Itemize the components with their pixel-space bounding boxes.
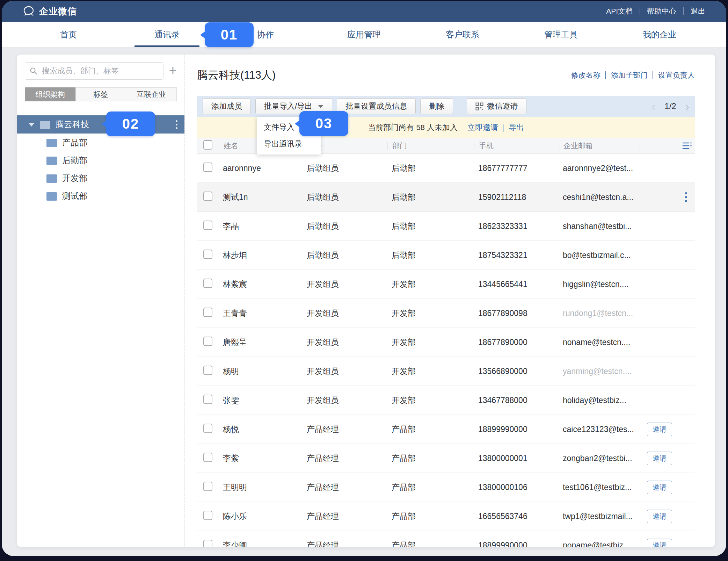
tree-item-开发部[interactable]: 开发部 xyxy=(17,169,184,187)
sidebar-tab-组织架构[interactable]: 组织架构 xyxy=(25,87,76,101)
topbar-link-0[interactable]: API文档 xyxy=(606,6,633,16)
member-role: 开发组员 xyxy=(307,366,392,377)
batch-set-members-button[interactable]: 批量设置成员信息 xyxy=(337,98,416,114)
import-export-dropdown: 文件导入导出通讯录 03 xyxy=(257,117,321,154)
page-indicator: 1/2 xyxy=(664,101,676,111)
invite-button[interactable]: 邀请 xyxy=(647,452,672,465)
member-department: 开发部 xyxy=(392,366,478,377)
nav-tab-我的企业[interactable]: 我的企业 xyxy=(610,22,709,47)
table-row[interactable]: 杨悦产品经理产品部18899990000caice123123@tes...邀请 xyxy=(197,415,695,444)
table-row[interactable]: 王明明产品经理产品部13800000106test1061@testbiz...… xyxy=(197,473,695,502)
row-checkbox[interactable] xyxy=(203,366,212,375)
search-input[interactable] xyxy=(41,66,159,76)
table-row[interactable]: 张雯开发组员开发部13467788000holiday@testbiz... xyxy=(197,386,695,415)
delete-button[interactable]: 删除 xyxy=(420,98,453,114)
row-checkbox[interactable] xyxy=(203,395,212,404)
nav-tab-管理工具[interactable]: 管理工具 xyxy=(512,22,610,47)
tree-root-label: 腾云科技 xyxy=(56,119,89,130)
row-checkbox-cell xyxy=(197,511,223,522)
search-box[interactable] xyxy=(25,62,163,80)
member-department: 开发部 xyxy=(392,337,478,348)
table-row[interactable]: 测试1n后勤组员后勤部15902112118ceshi1n@testcn.a..… xyxy=(197,183,695,212)
member-name: 李紫 xyxy=(223,453,307,464)
table-row[interactable]: 李紫产品经理产品部13800000001zongban2@testbi...邀请 xyxy=(197,444,695,473)
tree-root-company[interactable]: 腾云科技 02 xyxy=(17,115,184,134)
row-checkbox-cell xyxy=(197,453,223,464)
row-checkbox[interactable] xyxy=(203,337,212,346)
table-row[interactable]: 林步垍后勤组员后勤部18754323321bo@testbizmail.c... xyxy=(197,241,695,270)
select-all-checkbox[interactable] xyxy=(203,140,212,150)
invite-button[interactable]: 邀请 xyxy=(647,539,672,547)
row-checkbox[interactable] xyxy=(203,482,212,491)
table-row[interactable]: 唐熙呈开发组员开发部18677890000noname@testcn.... xyxy=(197,328,695,357)
table-row[interactable]: 李少卿产品经理产品部18899990000noname@testbiz...邀请 xyxy=(197,531,695,547)
callout-badge-02: 02 xyxy=(106,112,155,136)
row-actions: 邀请 xyxy=(643,423,695,436)
member-email: higgslin@testcn.... xyxy=(563,280,643,289)
member-role: 后勤组员 xyxy=(307,221,392,232)
table-row[interactable]: 陈小乐产品经理产品部16656563746twp1@testbizmail...… xyxy=(197,502,695,531)
row-checkbox[interactable] xyxy=(203,163,212,172)
row-checkbox[interactable] xyxy=(203,308,212,317)
topbar-link-2[interactable]: 退出 xyxy=(691,6,705,16)
table-row[interactable]: 李晶后勤组员后勤部18623323331shanshan@testbi... xyxy=(197,212,695,241)
row-checkbox[interactable] xyxy=(203,250,212,259)
tree-item-后勤部[interactable]: 后勤部 xyxy=(17,151,184,169)
row-checkbox[interactable] xyxy=(203,540,212,547)
chevron-down-icon[interactable] xyxy=(28,123,35,127)
member-phone: 13566890000 xyxy=(478,367,563,376)
member-email: test1061@testbiz... xyxy=(563,483,643,492)
header-link-0[interactable]: 修改名称 xyxy=(571,70,600,80)
invite-button[interactable]: 邀请 xyxy=(647,481,672,494)
sidebar-tab-标签[interactable]: 标签 xyxy=(75,87,126,101)
wechat-invite-button[interactable]: 微信邀请 xyxy=(467,98,526,114)
tree-item-测试部[interactable]: 测试部 xyxy=(17,187,184,205)
sidebar-tab-互联企业[interactable]: 互联企业 xyxy=(126,87,177,101)
prev-page-button[interactable]: ‹ xyxy=(651,100,655,112)
nav-tab-首页[interactable]: 首页 xyxy=(19,22,118,47)
row-checkbox[interactable] xyxy=(203,511,212,520)
member-phone: 18677890098 xyxy=(478,309,563,318)
nav-tab-客户联系[interactable]: 客户联系 xyxy=(413,22,512,47)
invite-button[interactable]: 邀请 xyxy=(647,510,672,523)
folder-icon xyxy=(46,174,57,183)
table-row[interactable]: 王青青开发组员开发部18677890098rundong1@testcn... xyxy=(197,299,695,328)
next-page-button[interactable]: › xyxy=(685,100,689,112)
column-settings-icon[interactable] xyxy=(682,142,692,150)
add-member-button[interactable]: 添加成员 xyxy=(203,98,251,114)
tree-more-icon[interactable] xyxy=(176,120,177,129)
row-checkbox[interactable] xyxy=(203,279,212,288)
member-department: 后勤部 xyxy=(392,163,478,174)
column-header-dept: 部门 xyxy=(392,141,478,151)
header-link-1[interactable]: 添加子部门 xyxy=(611,70,648,80)
export-link[interactable]: 导出 xyxy=(509,122,524,133)
dropdown-item-1[interactable]: 导出通讯录 xyxy=(257,136,321,152)
table-row[interactable]: 林紫宸开发组员开发部13445665441higgslin@testcn.... xyxy=(197,270,695,299)
member-department: 后勤部 xyxy=(392,221,478,232)
table-row[interactable]: 杨明开发组员开发部13566890000yanming@testcn.... xyxy=(197,357,695,386)
sidebar-tabs: 组织架构标签互联企业 xyxy=(25,87,177,101)
table-row[interactable]: aaronnnye后勤组员后勤部18677777777aaronnnye2@te… xyxy=(197,154,695,183)
tree-item-产品部[interactable]: 产品部 xyxy=(17,134,184,151)
member-name: 杨明 xyxy=(223,366,307,377)
invite-now-link[interactable]: 立即邀请 xyxy=(467,122,498,133)
app-window: 企业微信 API文档帮助中心退出 首页通讯录协作应用管理客户联系管理工具我的企业… xyxy=(2,1,726,556)
search-icon xyxy=(29,67,38,75)
add-department-button[interactable]: + xyxy=(169,64,177,78)
member-department: 产品部 xyxy=(392,424,478,435)
column-header-email: 企业邮箱 xyxy=(563,141,643,151)
row-checkbox[interactable] xyxy=(203,424,212,433)
header-link-2[interactable]: 设置负责人 xyxy=(658,70,695,80)
row-checkbox[interactable] xyxy=(203,453,212,462)
row-checkbox[interactable] xyxy=(203,192,212,201)
folder-icon xyxy=(40,121,50,129)
invite-button[interactable]: 邀请 xyxy=(647,423,672,436)
table-body: aaronnnye后勤组员后勤部18677777777aaronnnye2@te… xyxy=(197,154,695,547)
topbar-link-1[interactable]: 帮助中心 xyxy=(647,6,676,16)
row-checkbox[interactable] xyxy=(203,221,212,230)
member-role: 开发组员 xyxy=(307,308,392,319)
member-role: 后勤组员 xyxy=(307,192,392,203)
nav-tab-应用管理[interactable]: 应用管理 xyxy=(315,22,413,47)
header-links: 修改名称添加子部门设置负责人 xyxy=(571,70,695,80)
row-more-menu-icon[interactable] xyxy=(685,192,687,202)
